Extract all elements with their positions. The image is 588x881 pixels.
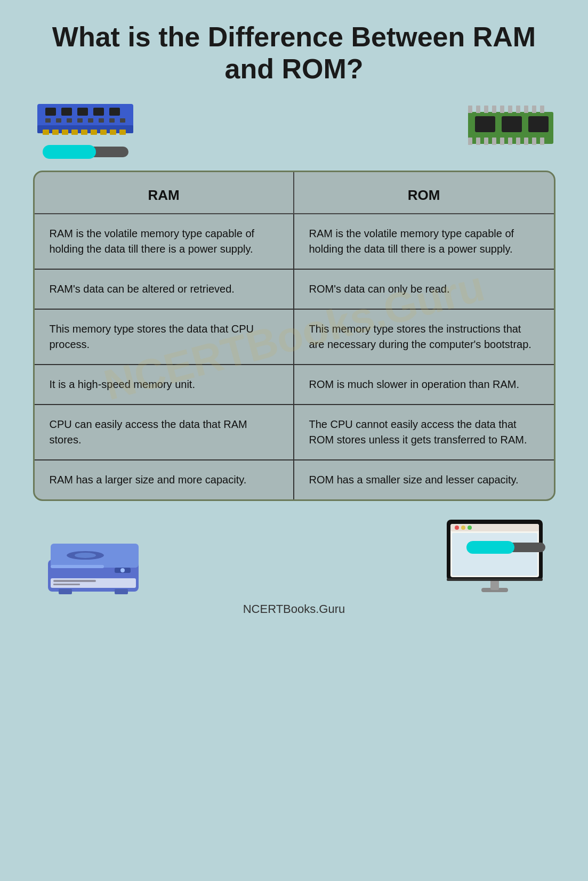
svg-rect-8	[100, 130, 107, 135]
svg-rect-6	[81, 130, 87, 135]
svg-rect-56	[53, 580, 96, 582]
svg-rect-27	[484, 106, 488, 113]
monitor-svg	[444, 514, 545, 597]
svg-rect-29	[500, 106, 504, 113]
svg-rect-51	[51, 565, 104, 568]
svg-rect-45	[475, 116, 495, 132]
svg-rect-9	[110, 130, 116, 135]
row2-col1: RAM's data can be altered or retrieved.	[35, 270, 294, 309]
svg-point-67	[468, 526, 472, 530]
svg-rect-25	[468, 106, 472, 113]
svg-rect-5	[71, 130, 78, 135]
svg-point-65	[455, 526, 459, 530]
page-wrapper: What is the Difference Between RAM and R…	[0, 0, 588, 881]
svg-rect-4	[62, 130, 68, 135]
svg-rect-39	[500, 138, 504, 145]
table-header: RAM ROM	[35, 172, 554, 214]
table-row: CPU can easily access the data that RAM …	[35, 405, 554, 460]
row6-col1: RAM has a larger size and more capacity.	[35, 460, 294, 499]
svg-point-53	[120, 568, 125, 572]
rom-chip-svg	[465, 101, 556, 149]
svg-rect-32	[524, 106, 528, 113]
row5-col1: CPU can easily access the data that RAM …	[35, 405, 294, 459]
svg-rect-26	[476, 106, 480, 113]
svg-rect-40	[508, 138, 512, 145]
monitor-section	[396, 512, 545, 597]
svg-rect-13	[77, 108, 88, 116]
svg-rect-36	[476, 138, 480, 145]
svg-rect-47	[528, 116, 549, 132]
table-row: RAM's data can be altered or retrieved. …	[35, 270, 554, 310]
svg-rect-59	[115, 589, 128, 594]
svg-rect-46	[502, 116, 522, 132]
ram-chip-svg	[32, 91, 139, 144]
svg-rect-41	[516, 138, 520, 145]
svg-rect-14	[93, 108, 104, 116]
svg-rect-18	[67, 118, 72, 123]
row1-col1: RAM is the volatile memory type capable …	[35, 214, 294, 269]
svg-rect-68	[452, 533, 537, 576]
svg-rect-22	[109, 118, 115, 123]
monitor-pill-cyan	[466, 541, 514, 554]
svg-point-54	[75, 553, 96, 558]
row4-col2: ROM is much slower in operation than RAM…	[294, 365, 554, 404]
svg-rect-19	[77, 118, 83, 123]
svg-rect-17	[56, 118, 61, 123]
svg-rect-58	[59, 589, 72, 594]
rom-chip-icon	[465, 101, 556, 155]
row4-col1: It is a high-speed memory unit.	[35, 365, 294, 404]
svg-rect-7	[91, 130, 97, 135]
table-row: This memory type stores the data that CP…	[35, 310, 554, 365]
table-row: RAM is the volatile memory type capable …	[35, 214, 554, 270]
ram-chip-icon	[32, 91, 139, 155]
footer-text: NCERTBooks.Guru	[21, 602, 567, 616]
svg-rect-31	[516, 106, 520, 113]
svg-rect-37	[484, 138, 488, 145]
row3-col2: This memory type stores the instructions…	[294, 310, 554, 364]
pill-cyan	[43, 145, 96, 159]
svg-rect-30	[508, 106, 512, 113]
svg-rect-28	[492, 106, 496, 113]
row6-col2: ROM has a smaller size and lesser capaci…	[294, 460, 554, 499]
col1-header: RAM	[35, 172, 294, 213]
col2-header: ROM	[294, 172, 554, 213]
svg-rect-35	[468, 138, 472, 145]
svg-rect-69	[447, 578, 543, 581]
svg-rect-34	[540, 106, 544, 113]
row5-col2: The CPU cannot easily access the data th…	[294, 405, 554, 459]
table-row: It is a high-speed memory unit. ROM is m…	[35, 365, 554, 405]
svg-rect-16	[45, 118, 51, 123]
monitor-pill	[466, 541, 545, 554]
svg-rect-10	[119, 130, 126, 135]
svg-rect-57	[53, 584, 80, 585]
svg-rect-20	[88, 118, 93, 123]
row1-col2: RAM is the volatile memory type capable …	[294, 214, 554, 269]
svg-rect-23	[120, 118, 125, 123]
svg-rect-15	[109, 108, 120, 116]
svg-rect-55	[51, 578, 136, 588]
svg-rect-21	[99, 118, 104, 123]
row3-col1: This memory type stores the data that CP…	[35, 310, 294, 364]
svg-rect-33	[532, 106, 536, 113]
comparison-table: NCERTBooks.Guru RAM ROM RAM is the volat…	[33, 171, 555, 501]
page-title: What is the Difference Between RAM and R…	[41, 21, 547, 85]
bottom-section	[21, 512, 567, 597]
ram-pill	[43, 145, 128, 159]
svg-rect-12	[61, 108, 72, 116]
svg-point-66	[461, 526, 465, 530]
svg-rect-42	[524, 138, 528, 145]
svg-rect-3	[52, 130, 59, 135]
table-row: RAM has a larger size and more capacity.…	[35, 460, 554, 499]
svg-rect-44	[540, 138, 544, 145]
header-icons-row	[21, 91, 567, 155]
row2-col2: ROM's data can only be read.	[294, 270, 554, 309]
hdd-icon	[43, 528, 144, 597]
svg-rect-38	[492, 138, 496, 145]
svg-rect-11	[45, 108, 56, 116]
hdd-svg	[43, 528, 144, 597]
svg-rect-43	[532, 138, 536, 145]
svg-rect-2	[43, 130, 49, 135]
